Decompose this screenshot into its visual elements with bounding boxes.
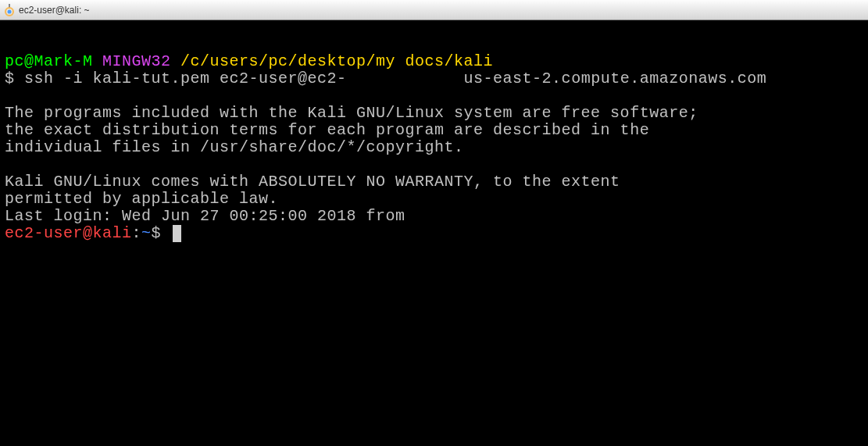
local-path: /c/users/pc/desktop/my docs/kali bbox=[171, 52, 494, 70]
terminal[interactable]: pc@Mark-M MINGW32 /c/users/pc/desktop/my… bbox=[0, 20, 868, 247]
remote-prompt-line: ec2-user@kali:~$ bbox=[5, 225, 863, 242]
blank-line bbox=[5, 87, 863, 105]
last-login-line: Last login: Wed Jun 27 00:25:00 2018 fro… bbox=[5, 208, 863, 225]
motd-line: Kali GNU/Linux comes with ABSOLUTELY NO … bbox=[5, 173, 863, 191]
remote-colon: : bbox=[132, 224, 142, 242]
command-line: $ ssh -i kali-tut.pem ec2-user@ec2- us-e… bbox=[5, 70, 863, 87]
prompt-dollar: $ bbox=[5, 70, 24, 87]
window-icon bbox=[3, 4, 16, 16]
remote-dollar: $ bbox=[152, 224, 171, 242]
window-title: ec2-user@kali: ~ bbox=[19, 5, 90, 16]
remote-path: ~ bbox=[141, 224, 152, 242]
cursor[interactable] bbox=[173, 225, 181, 242]
blank-line bbox=[5, 156, 863, 173]
ssh-command: ssh -i kali-tut.pem ec2-user@ec2- us-eas… bbox=[24, 70, 766, 87]
motd-line: individual files in /usr/share/doc/*/cop… bbox=[5, 139, 863, 156]
prompt-line-1: pc@Mark-M MINGW32 /c/users/pc/desktop/my… bbox=[5, 53, 863, 70]
remote-user-host: ec2-user@kali bbox=[5, 224, 132, 242]
shell-env: MINGW32 bbox=[93, 52, 171, 70]
svg-point-2 bbox=[8, 9, 12, 13]
local-user-host: pc@Mark-M bbox=[5, 52, 93, 70]
blank-line bbox=[5, 36, 863, 53]
motd-line: permitted by applicable law. bbox=[5, 191, 863, 208]
motd-line: the exact distribution terms for each pr… bbox=[5, 122, 863, 139]
motd-line: The programs included with the Kali GNU/… bbox=[5, 105, 863, 122]
title-bar: ec2-user@kali: ~ bbox=[0, 0, 868, 20]
